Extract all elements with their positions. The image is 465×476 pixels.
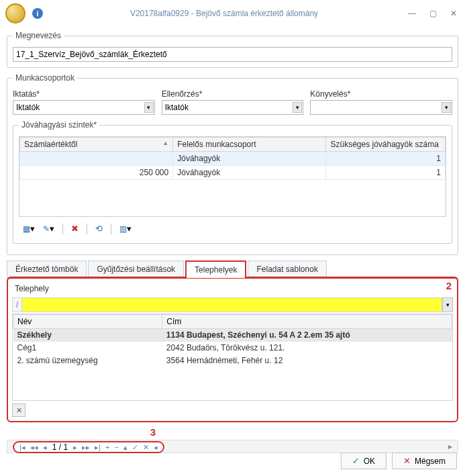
filter-dropdown-icon[interactable]: ▾ — [442, 297, 453, 312]
x-icon: ✕ — [403, 456, 411, 466]
pager-scroll-left-icon[interactable]: ◂ — [152, 443, 159, 452]
pager-add-icon[interactable]: + — [104, 443, 111, 451]
ellenorzes-label: Ellenőrzés* — [162, 89, 304, 99]
tab-erkezteto[interactable]: Érkeztető tömbök — [7, 260, 87, 277]
ellenorzes-dropdown-icon[interactable]: ▾ — [293, 102, 302, 113]
edit-row-button[interactable]: ✎▾ — [40, 222, 57, 235]
konyveles-label: Könyvelés* — [310, 89, 452, 99]
telephely-table[interactable]: Név Cím Székhely 1134 Budapest, Szécheny… — [13, 314, 452, 367]
check-icon: ✓ — [352, 456, 360, 466]
tab-telephelyek[interactable]: Telephelyek — [185, 260, 246, 278]
annotation-3: 3 — [150, 426, 156, 438]
pager-prev-icon[interactable]: ◂ — [42, 443, 48, 452]
approval-col-amount[interactable]: Számlaértéktől▲ — [20, 138, 173, 152]
pager-text: 1 / 1 — [50, 442, 70, 452]
megnevezes-fieldset: Megnevezés — [7, 31, 458, 68]
ellenorzes-combo[interactable] — [162, 100, 304, 115]
iktatas-label: Iktatás* — [13, 89, 155, 99]
telephely-col-nev[interactable]: Név — [13, 315, 162, 329]
table-row[interactable]: 2. számú üzemegység 3564 Hernádnémeti, F… — [13, 354, 452, 367]
cancel-button[interactable]: ✕ Mégsem — [392, 453, 457, 469]
pager-prevpage-icon[interactable]: ◂◂ — [29, 443, 40, 452]
table-row[interactable]: Cég1 2042 Budaörs, Törökvész u. 121. — [13, 342, 452, 354]
telephely-panel: 2 Telephely I ▾ Név Cím Székhely 1134 — [7, 277, 458, 422]
tab-feladat[interactable]: Feladat sablonok — [248, 260, 326, 277]
konyveles-combo[interactable] — [310, 100, 452, 115]
munkacsoportok-legend: Munkacsoportok — [13, 73, 77, 83]
approval-legend: Jóváhagyási szintek* — [19, 120, 99, 130]
iktatas-combo[interactable] — [13, 100, 155, 115]
pager-commit-icon[interactable]: ✓ — [131, 443, 140, 452]
refresh-button[interactable]: ⟲ — [93, 222, 105, 235]
columns-button[interactable]: ▥▾ — [117, 222, 134, 235]
tab-gyujtozesi[interactable]: Gyűjtőzési beállítások — [88, 260, 184, 277]
telephely-title: Telephely — [12, 283, 453, 297]
info-icon[interactable]: i — [32, 8, 43, 19]
pager-scroll-right-icon[interactable]: ▸ — [448, 442, 452, 451]
megnevezes-input[interactable] — [13, 47, 452, 62]
ok-button[interactable]: ✓ OK — [341, 453, 386, 469]
approval-toolbar: ▦▾ ✎▾ ✖ ⟲ ▥▾ — [19, 220, 446, 238]
iktatas-dropdown-icon[interactable]: ▾ — [144, 102, 154, 113]
filter-handle[interactable]: I — [12, 297, 21, 312]
close-button[interactable]: ✕ — [448, 7, 460, 19]
table-row[interactable]: Jóváhagyók 1 — [20, 152, 446, 166]
maximize-button[interactable]: ▢ — [427, 7, 440, 19]
minimize-button[interactable]: — — [405, 7, 419, 19]
sort-asc-icon[interactable]: ▲ — [162, 140, 168, 146]
telephely-col-cim[interactable]: Cím — [162, 315, 452, 329]
pager-last-icon[interactable]: ▸| — [93, 443, 102, 452]
pager-cancel-icon[interactable]: ✕ — [142, 443, 150, 452]
pager-remove-icon[interactable]: − — [113, 443, 120, 451]
munkacsoportok-fieldset: Munkacsoportok Iktatás* ▾ Ellenőrzés* ▾ … — [7, 73, 458, 255]
window-title: V20178alfa0929 - Bejövő számla érkeztető… — [43, 9, 405, 18]
table-row[interactable]: Székhely 1134 Budapest, Széchenyi u. 54 … — [13, 329, 452, 342]
telephely-filter-input[interactable] — [21, 297, 442, 312]
pager-edit-icon[interactable]: ▴ — [122, 443, 129, 452]
konyveles-dropdown-icon[interactable]: ▾ — [442, 102, 451, 113]
delete-row-button[interactable]: ✖ — [68, 222, 81, 235]
megnevezes-legend: Megnevezés — [13, 31, 64, 40]
pager-nextpage-icon[interactable]: ▸▸ — [81, 443, 91, 452]
pager-next-icon[interactable]: ▸ — [72, 443, 79, 452]
approval-col-group[interactable]: Felelős munkacsoport — [173, 138, 326, 152]
pager: |◂ ◂◂ ◂ 1 / 1 ▸ ▸▸ ▸| + − ▴ ✓ ✕ ◂ — [13, 441, 164, 453]
remove-site-button[interactable]: ✕ — [12, 403, 25, 417]
approval-col-count[interactable]: Szükséges jóváhagyók száma — [326, 138, 446, 152]
table-row[interactable]: 250 000 Jóváhagyók 1 — [20, 166, 446, 180]
pager-first-icon[interactable]: |◂ — [18, 443, 27, 452]
app-icon — [5, 3, 25, 23]
pager-bar: |◂ ◂◂ ◂ 1 / 1 ▸ ▸▸ ▸| + − ▴ ✓ ✕ ◂ ▸ — [7, 440, 458, 453]
approval-table[interactable]: Számlaértéktől▲ Felelős munkacsoport Szü… — [19, 137, 446, 180]
tabstrip: Érkeztető tömbök Gyűjtőzési beállítások … — [7, 260, 458, 278]
new-row-button[interactable]: ▦▾ — [20, 222, 38, 235]
approval-fieldset: Jóváhagyási szintek* Számlaértéktől▲ Fel… — [13, 120, 452, 244]
